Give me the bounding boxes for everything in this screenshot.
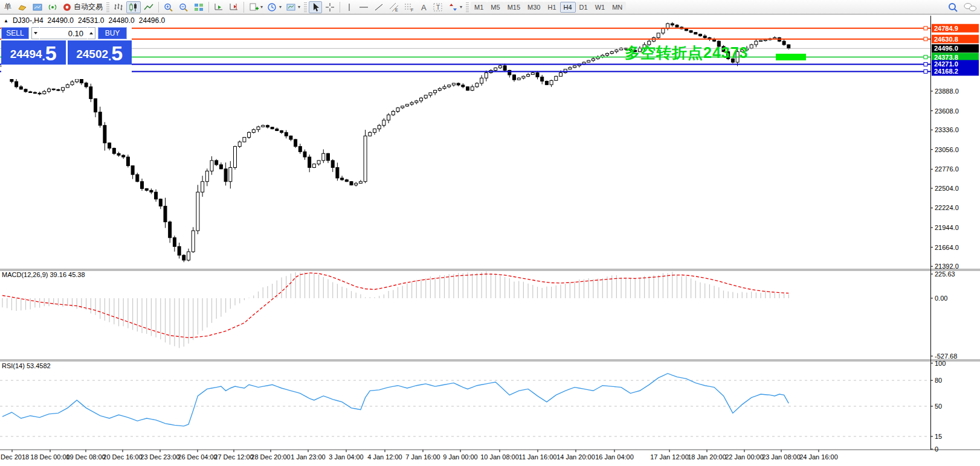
sell-price[interactable]: 24494 . 5	[1, 40, 66, 65]
line-chart-icon[interactable]	[141, 1, 156, 13]
timeframe-M30[interactable]: M30	[524, 2, 544, 13]
autotrading-label: 自动交易	[74, 2, 103, 12]
time-axis[interactable]: 4 Dec 201818 Dec 00:0019 Dec 08:0020 Dec…	[0, 450, 838, 461]
ohlc-open: 24490.0	[48, 16, 74, 25]
svg-text:18 Jan 20:00: 18 Jan 20:00	[688, 453, 726, 461]
price-axis: 23888.023608.023336.023056.022776.022504…	[930, 88, 959, 270]
svg-text:50: 50	[935, 403, 942, 410]
toolbar: 单 自动交易	[0, 0, 980, 14]
svg-text:4 Jan 12:00: 4 Jan 12:00	[367, 453, 402, 461]
volume-decrement-button[interactable]	[31, 27, 39, 39]
svg-text:80: 80	[935, 377, 942, 384]
search-icon[interactable]	[945, 1, 961, 13]
increment-arrow-icon	[89, 32, 93, 34]
vertical-line-tool-icon[interactable]	[343, 1, 356, 13]
svg-text:22776.0: 22776.0	[935, 165, 959, 173]
new-order-label: 单	[4, 2, 11, 12]
rsi-panel: 1008050150	[0, 360, 946, 453]
line-drag-handle[interactable]	[924, 27, 927, 30]
svg-text:23 Jan 08:00: 23 Jan 08:00	[762, 453, 801, 461]
svg-text:F: F	[411, 8, 413, 12]
toolbar-grip	[106, 2, 109, 12]
crosshair-tool-icon[interactable]	[323, 1, 337, 13]
bar-chart-icon[interactable]	[111, 1, 126, 13]
fibonacci-tool-icon[interactable]: F	[402, 1, 416, 13]
sell-button[interactable]: SELL	[1, 27, 29, 39]
svg-text:10 Jan 08:00: 10 Jan 08:00	[480, 453, 519, 461]
timeframe-H4[interactable]: H4	[560, 2, 576, 13]
chart-shift-icon[interactable]	[227, 1, 241, 13]
text-label-tool-icon[interactable]: T	[431, 1, 445, 13]
svg-text:11 Jan 16:00: 11 Jan 16:00	[519, 453, 557, 461]
text-tool-icon[interactable]: A	[417, 1, 430, 13]
ohlc-close: 24496.0	[139, 16, 165, 25]
candlestick-chart-icon[interactable]	[126, 1, 141, 13]
buy-button[interactable]: BUY	[98, 27, 127, 39]
svg-text:A: A	[421, 3, 427, 12]
buy-price-pip: 5	[111, 43, 123, 63]
horizontal-line-tool-icon[interactable]	[356, 1, 371, 13]
svg-text:23056.0: 23056.0	[935, 146, 959, 153]
zoom-in-icon[interactable]	[161, 1, 176, 13]
timeframe-H1[interactable]: H1	[544, 2, 559, 13]
new-order-button[interactable]: 单	[1, 1, 15, 13]
toolbar-separator	[243, 2, 244, 13]
toolbar-separator	[208, 2, 209, 13]
cursor-tool-icon[interactable]	[309, 1, 322, 13]
signal-icon[interactable]	[45, 1, 60, 13]
auto-scroll-icon[interactable]	[211, 1, 226, 13]
svg-text:20 Dec 16:00: 20 Dec 16:00	[103, 453, 142, 461]
templates-button[interactable]: ▾	[284, 1, 302, 13]
svg-text:T: T	[436, 4, 440, 11]
one-click-trading-panel: SELL BUY 24494 . 5 24502 . 5	[1, 27, 132, 79]
buy-price[interactable]: 24502 . 5	[68, 40, 132, 65]
svg-text:4 Dec 2018: 4 Dec 2018	[0, 453, 29, 461]
buy-price-main: 24502	[76, 45, 108, 63]
periods-button[interactable]: ▾	[265, 1, 283, 13]
toolbar-grip	[304, 2, 307, 12]
line-drag-handle[interactable]	[924, 69, 927, 73]
svg-text:15: 15	[935, 433, 942, 440]
svg-text:24496.0: 24496.0	[934, 45, 958, 52]
timeframe-M1[interactable]: M1	[471, 2, 487, 13]
svg-text:24373.8: 24373.8	[934, 54, 958, 61]
zoom-out-icon[interactable]	[176, 1, 191, 13]
svg-text:24271.0: 24271.0	[934, 60, 958, 68]
volume-input[interactable]	[40, 27, 87, 39]
channel-tool-icon[interactable]: E	[387, 1, 401, 13]
svg-text:-527.68: -527.68	[935, 353, 957, 360]
timeframe-M15[interactable]: M15	[504, 2, 524, 13]
svg-text:22 Jan 00:00: 22 Jan 00:00	[725, 453, 764, 461]
timeframe-MN[interactable]: MN	[608, 2, 626, 13]
line-drag-handle[interactable]	[924, 37, 927, 41]
arrows-tool-button[interactable]: ▾	[446, 1, 464, 13]
svg-text:23336.0: 23336.0	[935, 126, 959, 133]
collapse-triangle-icon[interactable]: ▲	[4, 18, 8, 24]
timeframe-D1[interactable]: D1	[576, 2, 592, 13]
timeframe-W1[interactable]: W1	[592, 2, 609, 13]
dropdown-caret: ▾	[298, 4, 300, 10]
svg-text:24784.9: 24784.9	[934, 25, 958, 32]
toolbar-grip	[466, 2, 469, 12]
autotrading-button[interactable]: 自动交易	[60, 1, 105, 13]
toolbar-separator	[340, 2, 340, 13]
trendline-tool-icon[interactable]	[372, 1, 386, 13]
svg-text:23608.0: 23608.0	[935, 107, 959, 115]
chat-icon[interactable]	[961, 1, 979, 13]
highlight-zone-rect[interactable]	[776, 54, 806, 60]
decrement-arrow-icon	[34, 32, 37, 34]
add-indicator-button[interactable]: ▾	[247, 1, 265, 13]
turning-point-annotation[interactable]: 多空转折点24373	[625, 43, 749, 63]
svg-text:0.00: 0.00	[935, 295, 947, 302]
gold-ingot-icon[interactable]	[15, 1, 30, 13]
svg-text:21392.0: 21392.0	[935, 263, 959, 270]
chart-canvas[interactable]: 24784.924630.824496.024373.824271.024168…	[0, 14, 980, 466]
line-drag-handle[interactable]	[924, 62, 927, 66]
chart-cloud-icon[interactable]	[30, 1, 45, 13]
ohlc-low: 24480.0	[108, 16, 134, 25]
tile-windows-icon[interactable]	[192, 1, 206, 13]
volume-increment-button[interactable]	[88, 27, 95, 39]
line-drag-handle[interactable]	[924, 56, 927, 59]
dropdown-caret: ▾	[260, 4, 263, 10]
timeframe-M5[interactable]: M5	[487, 2, 503, 13]
